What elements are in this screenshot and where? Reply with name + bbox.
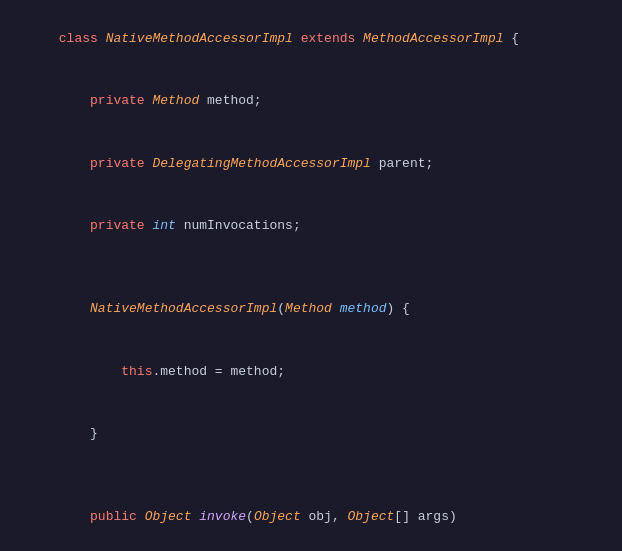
- code-line-8: }: [0, 403, 622, 465]
- code-line-9: [0, 466, 622, 487]
- classname-native: NativeMethodAccessorImpl: [106, 31, 293, 46]
- code-line-6: NativeMethodAccessorImpl(Method method) …: [0, 278, 622, 340]
- code-viewer: class NativeMethodAccessorImpl extends M…: [0, 0, 622, 551]
- code-line-5: [0, 258, 622, 279]
- keyword-class: class: [59, 31, 106, 46]
- code-line-10: public Object invoke(Object obj, Object[…: [0, 486, 622, 548]
- code-line-7: this.method = method;: [0, 341, 622, 403]
- code-line-3: private DelegatingMethodAccessorImpl par…: [0, 133, 622, 195]
- code-line-4: private int numInvocations;: [0, 195, 622, 257]
- code-line-1: class NativeMethodAccessorImpl extends M…: [0, 8, 622, 70]
- code-line-2: private Method method;: [0, 70, 622, 132]
